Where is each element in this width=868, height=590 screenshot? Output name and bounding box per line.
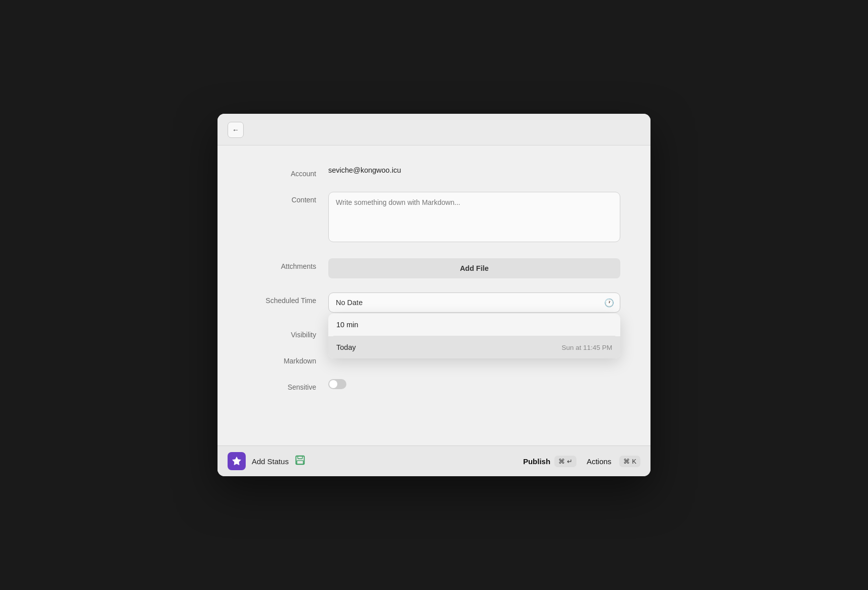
- publish-kbd-group[interactable]: ⌘ ↵: [554, 456, 576, 467]
- attachments-label: Attchments: [248, 258, 328, 270]
- content-row: Content: [248, 192, 620, 244]
- actions-kbd-group[interactable]: ⌘ K: [619, 456, 640, 467]
- title-bar: ←: [218, 114, 650, 145]
- app-icon: [228, 452, 246, 470]
- svg-rect-2: [297, 460, 304, 464]
- scheduled-time-label: Scheduled Time: [248, 292, 328, 305]
- account-label: Account: [248, 166, 328, 178]
- attachments-control: Add File: [328, 258, 620, 278]
- account-row: Account seviche@kongwoo.icu: [248, 166, 620, 178]
- scheduled-time-wrapper: 🕐 10 min Today Sun at 11:45 PM: [328, 292, 620, 313]
- back-button[interactable]: ←: [228, 122, 244, 138]
- content-textarea[interactable]: [328, 192, 620, 242]
- publish-label: Publish: [523, 457, 550, 466]
- scheduled-time-row: Scheduled Time 🕐 10 min Today: [248, 292, 620, 313]
- add-status-label: Add Status: [252, 457, 288, 466]
- footer: Add Status Publish ⌘ ↵ Actions ⌘ K: [218, 446, 650, 476]
- dropdown-item-today-label: Today: [336, 343, 356, 351]
- sensitive-control: [328, 379, 620, 389]
- scheduled-time-dropdown: 10 min Today Sun at 11:45 PM: [328, 314, 620, 358]
- content-control: [328, 192, 620, 244]
- actions-label: Actions: [587, 457, 611, 466]
- actions-kbd-k: K: [632, 458, 636, 465]
- save-icon[interactable]: [295, 455, 306, 468]
- sensitive-label: Sensitive: [248, 379, 328, 391]
- account-email: seviche@kongwoo.icu: [328, 162, 401, 174]
- dropdown-item-10min-label: 10 min: [336, 321, 358, 329]
- content-label: Content: [248, 192, 328, 204]
- sensitive-toggle[interactable]: [328, 379, 346, 389]
- add-file-button[interactable]: Add File: [328, 258, 620, 278]
- dropdown-item-10min[interactable]: 10 min: [328, 314, 620, 336]
- publish-kbd-cmd: ⌘: [558, 458, 565, 465]
- main-window: ← Account seviche@kongwoo.icu Content At…: [218, 114, 650, 476]
- dropdown-item-today-time: Sun at 11:45 PM: [561, 344, 612, 351]
- attachments-row: Attchments Add File: [248, 258, 620, 278]
- dropdown-item-today[interactable]: Today Sun at 11:45 PM: [328, 336, 620, 358]
- account-value: seviche@kongwoo.icu: [328, 166, 620, 175]
- markdown-label: Markdown: [248, 353, 328, 365]
- footer-right: Publish ⌘ ↵ Actions ⌘ K: [523, 456, 640, 467]
- sensitive-row: Sensitive: [248, 379, 620, 391]
- scheduled-time-control: 🕐 10 min Today Sun at 11:45 PM: [328, 292, 620, 313]
- content-area: Account seviche@kongwoo.icu Content Attc…: [218, 145, 650, 446]
- footer-left: Add Status: [228, 452, 306, 470]
- actions-kbd-cmd: ⌘: [623, 458, 630, 465]
- visibility-label: Visibility: [248, 327, 328, 339]
- publish-kbd-enter: ↵: [567, 458, 572, 465]
- scheduled-time-input[interactable]: [328, 292, 620, 313]
